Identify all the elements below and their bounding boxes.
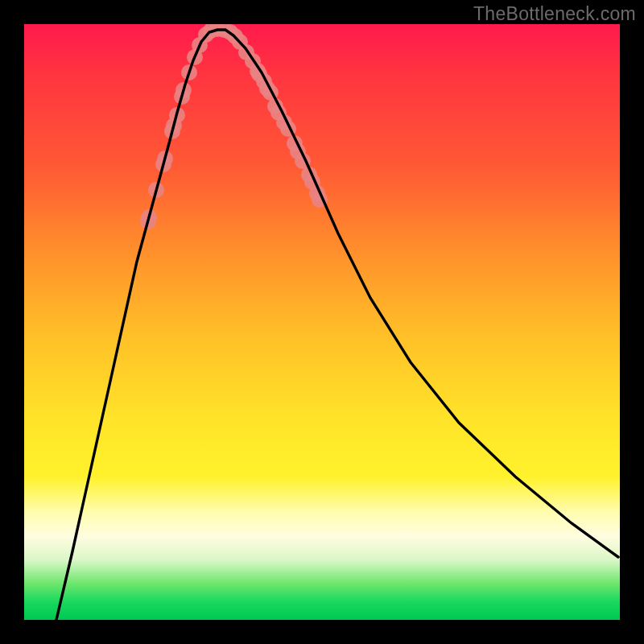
chart-svg	[24, 24, 620, 620]
marker-group	[140, 24, 328, 229]
chart-plot-area	[24, 24, 620, 620]
watermark-text: TheBottleneck.com	[473, 3, 636, 25]
bottleneck-curve	[56, 30, 618, 620]
chart-frame: TheBottleneck.com	[0, 0, 644, 644]
